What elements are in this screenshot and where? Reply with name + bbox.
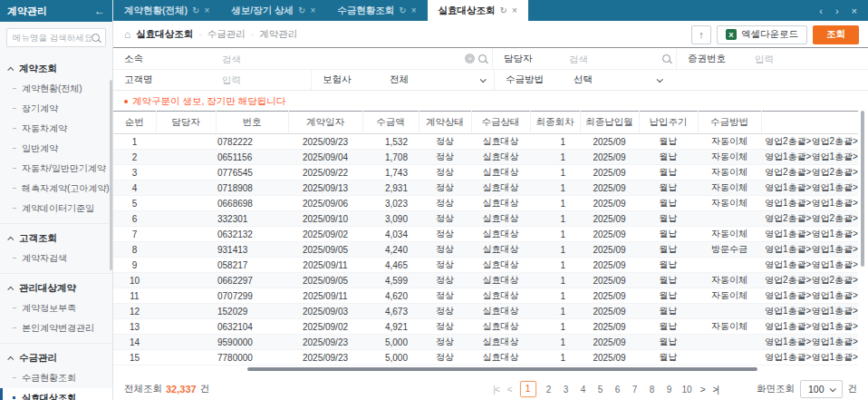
sidebar-item-계약데이터기준일[interactable]: 계약데이터기준일 — [0, 199, 112, 219]
sidebar-item-일반계약[interactable]: 일반계약 — [0, 139, 112, 159]
page-5[interactable]: 5 — [596, 385, 605, 395]
filter-input-증권번호[interactable] — [755, 54, 863, 64]
section-header-계약조회[interactable]: 계약조회 — [0, 58, 112, 79]
refresh-icon[interactable]: ↻ — [192, 5, 199, 15]
page-1[interactable]: 1 — [520, 381, 536, 397]
column-header-org[interactable] — [761, 112, 858, 134]
column-header-최종회차[interactable]: 최종회차 — [530, 112, 580, 134]
sidebar-item-실효대상조회[interactable]: 실효대상조회 — [0, 388, 112, 400]
table-row[interactable]: 1495900002025/09/235,000정상실효대상12025/09월납… — [113, 335, 858, 350]
table-row[interactable]: 1306321042025/09/024,921정상실효대상12025/09월납… — [113, 319, 858, 335]
section-header-관리대상계약[interactable]: 관리대상계약 — [0, 278, 112, 298]
page-4[interactable]: 4 — [579, 385, 588, 395]
table-row[interactable]: 63323012025/09/103,090정상실효대상12025/09월납영업… — [113, 211, 858, 227]
breadcrumb-item[interactable]: 수금관리 — [207, 28, 246, 41]
page-2[interactable]: 2 — [545, 385, 554, 395]
page-10[interactable]: 10 — [682, 385, 692, 395]
close-icon[interactable]: × — [852, 5, 857, 16]
filter-field — [222, 70, 311, 90]
search-submit-button[interactable]: 조회 — [813, 25, 859, 44]
vertical-scrollbar[interactable] — [861, 111, 864, 267]
close-icon[interactable]: × — [204, 5, 209, 15]
sidebar-item-수금현황조회[interactable]: 수금현황조회 — [0, 368, 112, 388]
sidebar-item-계약자검색[interactable]: 계약자검색 — [0, 249, 112, 268]
table-row[interactable]: 206511562025/09/041,708정상실효대상12025/09월납자… — [113, 150, 858, 165]
page-9[interactable]: 9 — [665, 385, 674, 395]
horizontal-scrollbar[interactable] — [247, 367, 757, 371]
nav-forward-icon[interactable]: › — [835, 5, 839, 16]
column-header-담당자[interactable]: 담당자 — [156, 112, 216, 134]
table-row[interactable]: 1107072992025/09/114,620정상실효대상12025/09월납… — [113, 288, 858, 304]
sidebar-item-장기계약[interactable]: 장기계약 — [0, 99, 112, 119]
table-row[interactable]: 307765452025/09/221,743정상실효대상12025/09월납자… — [113, 165, 858, 180]
table-row[interactable]: 506686982025/09/063,023정상실효대상12025/09월납자… — [113, 196, 858, 211]
close-icon[interactable]: × — [310, 5, 315, 15]
sidebar-item-본인계약변경관리[interactable]: 본인계약변경관리 — [0, 318, 112, 338]
page-size-label: 화면조회 — [757, 383, 795, 395]
refresh-icon[interactable]: ↻ — [399, 5, 406, 15]
search-icon[interactable] — [662, 54, 670, 63]
column-header-납입주기[interactable]: 납입주기 — [639, 112, 698, 134]
tab-수금현황조회[interactable]: 수금현황조회↻× — [326, 0, 427, 21]
sidebar-item-해촉자계약(고아계약)[interactable]: 해촉자계약(고아계약) — [0, 179, 112, 199]
sidebar-item-계약정보부족[interactable]: 계약정보부족 — [0, 298, 112, 318]
filter-input-소속[interactable] — [222, 54, 461, 64]
table-row[interactable]: 89314132025/09/054,240정상실효대상12025/09월납방문… — [113, 242, 858, 258]
menu-search-input[interactable] — [13, 33, 92, 43]
filter-label-수금방법: 수금방법 — [494, 70, 574, 90]
table-row[interactable]: 121520292025/09/034,673정상실효대상12025/09월납영… — [113, 304, 858, 319]
column-header-수금방법[interactable]: 수금방법 — [698, 112, 761, 134]
table-row[interactable]: 90582172025/09/114,465정상실효대상12025/09월납영업… — [113, 258, 858, 273]
section-header-수금관리[interactable]: 수금관리 — [0, 347, 112, 368]
page-size-select[interactable]: 100 — [800, 380, 843, 398]
collapse-filter-button[interactable]: ↑ — [691, 25, 711, 44]
cell-계약일자: 2025/09/10 — [288, 211, 362, 227]
close-icon[interactable]: × — [512, 5, 517, 15]
cell-수금액: 4,620 — [362, 288, 419, 304]
sidebar-item-자동차계약[interactable]: 자동차계약 — [0, 119, 112, 139]
section-header-고객조회[interactable]: 고객조회 — [0, 228, 112, 249]
table-row[interactable]: 407189082025/09/132,931정상실효대상12025/09월납자… — [113, 180, 858, 196]
breadcrumb-item[interactable]: 계약관리 — [259, 28, 297, 41]
last-page-icon[interactable]: >| — [713, 385, 719, 395]
table-row[interactable]: 1577800002025/09/235,000정상실효대상12025/09월납… — [113, 350, 858, 366]
table-row[interactable]: 107822222025/09/231,532정상실효대상12025/09월납자… — [113, 134, 858, 150]
search-icon[interactable] — [92, 34, 100, 42]
nav-back-icon[interactable]: ‹ — [819, 5, 823, 16]
filter-select-수금방법[interactable]: 선택 — [574, 70, 670, 90]
tab-생보/장기 상세[interactable]: 생보/장기 상세↻× — [220, 0, 326, 21]
refresh-icon[interactable]: ↻ — [298, 5, 305, 15]
column-header-번호[interactable]: 번호 — [216, 112, 288, 134]
sidebar-collapse-icon[interactable]: ← — [94, 5, 105, 17]
sidebar-item-자동차/일반만기계약[interactable]: 자동차/일반만기계약 — [0, 159, 112, 179]
column-header-계약일자[interactable]: 계약일자 — [288, 112, 362, 134]
page-7[interactable]: 7 — [631, 385, 640, 395]
search-icon[interactable] — [478, 54, 487, 63]
cell-최종회차: 1 — [530, 180, 580, 196]
filter-select-보험사[interactable]: 전체 — [390, 70, 494, 90]
excel-download-button[interactable]: X 엑셀다운로드 — [717, 25, 807, 44]
sidebar-item-계약현황(전체)[interactable]: 계약현황(전체) — [0, 79, 112, 99]
sidebar-scrollbar[interactable] — [110, 80, 112, 270]
refresh-icon[interactable]: ↻ — [500, 5, 507, 15]
next-page-icon[interactable]: > — [700, 385, 705, 395]
prev-page-icon[interactable]: < — [507, 385, 512, 395]
table-row[interactable]: 706321322025/09/024,034정상실효대상12025/09월납자… — [113, 227, 858, 242]
tab-실효대상조회[interactable]: 실효대상조회↻× — [428, 0, 528, 21]
filter-input-고객명[interactable] — [222, 74, 305, 85]
filter-input-담당자[interactable] — [569, 54, 659, 64]
page-6[interactable]: 6 — [613, 385, 622, 395]
page-3[interactable]: 3 — [562, 385, 571, 395]
cell-org: 영업2총괄>영업2총괄> — [761, 211, 858, 227]
table-row[interactable]: 1006622972025/09/054,599정상실효대상12025/09월납… — [113, 273, 858, 288]
column-header-수금액[interactable]: 수금액 — [362, 112, 419, 134]
clear-icon[interactable]: × — [465, 54, 475, 63]
column-header-계약상태[interactable]: 계약상태 — [419, 112, 471, 134]
column-header-순번[interactable]: 순번 — [113, 112, 156, 134]
column-header-최종납입월[interactable]: 최종납입월 — [580, 112, 639, 134]
tab-계약현황(전체)[interactable]: 계약현황(전체)↻× — [113, 0, 220, 21]
first-page-icon[interactable]: |< — [493, 385, 498, 395]
close-icon[interactable]: × — [411, 5, 417, 15]
page-8[interactable]: 8 — [648, 385, 657, 395]
column-header-수금상태[interactable]: 수금상태 — [471, 112, 530, 134]
